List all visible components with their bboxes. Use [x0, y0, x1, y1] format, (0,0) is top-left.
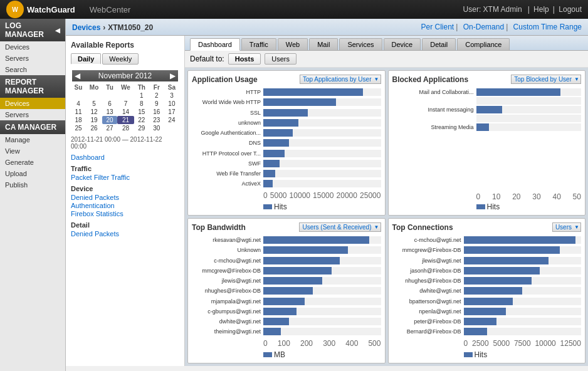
- date-range: 2012-11-21 00:00 — 2012-11-22 00:00: [71, 136, 179, 150]
- app-usage-title: Application Usage: [192, 75, 258, 84]
- custom-time-range-link[interactable]: Custom Time Range: [513, 23, 582, 31]
- app-usage-filter[interactable]: Top Applications by User: [300, 75, 381, 84]
- tab-device[interactable]: Device: [384, 38, 421, 50]
- firebox-statistics-link[interactable]: Firebox Statistics: [71, 210, 179, 217]
- bar-row: mmcgrew@Firebox-DB: [192, 267, 381, 274]
- default-hosts-tab[interactable]: Hosts: [228, 53, 261, 65]
- calendar: ◀ November 2012 ▶ Su Mo Tu We Th: [71, 70, 179, 132]
- bar-row: Google Authentication...: [192, 129, 381, 137]
- bar-row: dwhite@wgti.net: [192, 318, 381, 325]
- top-bandwidth-filter[interactable]: Users (Sent & Received): [299, 222, 381, 232]
- ca-manager-label: CA MANAGER: [5, 123, 56, 132]
- device-denied-packets-link[interactable]: Denied Packets: [71, 194, 179, 201]
- cal-prev-button[interactable]: ◀: [75, 71, 80, 80]
- dashboard-report-section: Dashboard: [71, 154, 179, 161]
- top-connections-body: c-mchou@wgti.net mmcgrew@Firebox-DB jlew…: [392, 236, 582, 359]
- breadcrumb: Devices › XTM1050_20: [72, 22, 153, 32]
- bar-row: jlewis@wgti.net: [392, 257, 582, 264]
- sidebar-item-upload[interactable]: Upload: [0, 168, 65, 179]
- default-to-row: Default to: Hosts Users: [185, 51, 588, 68]
- sidebar-item-report-servers[interactable]: Servers: [0, 109, 65, 120]
- top-connections-legend: Hits: [392, 350, 582, 359]
- traffic-report-section: Traffic Packet Filter Traffic: [71, 165, 179, 181]
- cal-row: 18 19 20 21 22 23 24: [71, 116, 179, 124]
- sidebar-item-publish[interactable]: Publish: [0, 179, 65, 191]
- breadcrumb-separator: ›: [103, 23, 105, 32]
- cal-row: 11 12 13 14 15 16 17: [71, 108, 179, 116]
- calendar-body: 1 2 3 4 5 6 7 8 9 10: [71, 91, 179, 132]
- bar-row: rkesavan@wgti.net: [192, 236, 381, 244]
- ca-manager-section: CA MANAGER: [0, 120, 65, 134]
- dashboard-link[interactable]: Dashboard: [71, 154, 179, 161]
- sidebar-item-log-servers[interactable]: Servers: [0, 53, 65, 64]
- detail-report-section: Detail Denied Packets: [71, 221, 179, 238]
- bar-row: SWF: [192, 160, 381, 167]
- blocked-apps-body: Mail and Collaborati... Instant messagin…: [392, 88, 582, 211]
- bar-row: SSL: [192, 109, 381, 117]
- packet-filter-traffic-link[interactable]: Packet Filter Traffic: [71, 174, 179, 181]
- top-connections-filter[interactable]: Users: [552, 222, 581, 232]
- default-users-tab[interactable]: Users: [265, 53, 297, 65]
- top-bandwidth-xaxis: 0 100 200 300 400 500: [192, 339, 381, 348]
- blocked-apps-chart: Blocked Applications Top Blocked by User…: [388, 70, 586, 216]
- tab-services[interactable]: Services: [339, 38, 382, 50]
- sidebar-item-report-devices[interactable]: Devices: [0, 98, 65, 109]
- app-usage-body: HTTP World Wide Web HTTP SSL: [192, 88, 381, 211]
- blocked-apps-filter[interactable]: Top Blocked by User: [511, 75, 581, 84]
- bar-row: Instant messaging: [392, 106, 582, 113]
- authentication-link[interactable]: Authentication: [71, 202, 179, 209]
- user-info: User: XTM Admin: [463, 5, 522, 14]
- tab-mail[interactable]: Mail: [309, 38, 338, 50]
- bar-row: theiming@wgti.net: [192, 328, 381, 335]
- breadcrumb-devices-link[interactable]: Devices: [72, 23, 100, 32]
- bar-row: jasonh@Firebox-DB: [392, 267, 582, 274]
- bar-row: mmcgrew@Firebox-DB: [392, 246, 582, 254]
- per-client-link[interactable]: Per Client: [421, 23, 454, 31]
- webcenter-label: WebCenter: [90, 5, 131, 14]
- top-bandwidth-body: rkesavan@wgti.net Unknown c-mchou@wgti.n…: [192, 236, 381, 359]
- top-connections-header: Top Connections Users: [392, 222, 582, 232]
- log-manager-arrow[interactable]: ◀: [55, 27, 60, 34]
- top-connections-chart: Top Connections Users c-mchou@wgti.net m…: [388, 218, 586, 363]
- watchguard-logo-icon: W: [6, 1, 24, 18]
- help-link[interactable]: Help: [533, 5, 549, 14]
- app-usage-legend-label: Hits: [274, 202, 287, 211]
- sidebar-item-view[interactable]: View: [0, 145, 65, 157]
- top-bandwidth-legend-label: MB: [274, 350, 285, 359]
- top-bandwidth-title: Top Bandwidth: [192, 223, 246, 232]
- logout-link[interactable]: Logout: [559, 5, 582, 14]
- on-demand-link[interactable]: On-Demand: [463, 23, 504, 31]
- cal-next-button[interactable]: ▶: [170, 71, 176, 80]
- bar-row: nhughes@Firebox-DB: [192, 287, 381, 295]
- tab-traffic[interactable]: Traffic: [241, 38, 276, 50]
- sidebar-item-log-devices[interactable]: Devices: [0, 41, 65, 53]
- log-manager-label: LOG MANAGER: [5, 21, 55, 39]
- traffic-section-title: Traffic: [71, 165, 179, 172]
- bar-row: nhughes@Firebox-DB: [392, 277, 582, 285]
- tab-detail[interactable]: Detail: [422, 38, 456, 50]
- weekly-tab[interactable]: Weekly: [102, 53, 139, 65]
- bar-row: Web File Transfer: [192, 170, 381, 177]
- tab-web[interactable]: Web: [278, 38, 308, 50]
- logo: W WatchGuard: [6, 1, 75, 18]
- bar-row: Mail and Collaborati...: [392, 88, 582, 96]
- sidebar-item-generate[interactable]: Generate: [0, 157, 65, 168]
- calendar-days-header: Su Mo Tu We Th Fr Sa: [71, 83, 179, 91]
- tab-dashboard[interactable]: Dashboard: [190, 38, 240, 51]
- charts-grid: Application Usage Top Applications by Us…: [185, 68, 588, 366]
- tab-compliance[interactable]: Compliance: [457, 38, 510, 50]
- content-area: Devices › XTM1050_20 Per Client | On-Dem…: [66, 19, 588, 371]
- top-bar-actions: Per Client | On-Demand | Custom Time Ran…: [418, 23, 582, 31]
- bar-row: DNS: [192, 139, 381, 147]
- detail-denied-packets-link[interactable]: Denied Packets: [71, 230, 179, 238]
- bar-row: c-mchou@wgti.net: [192, 257, 381, 264]
- app-usage-legend: Hits: [192, 202, 381, 211]
- sidebar-item-manage[interactable]: Manage: [0, 134, 65, 145]
- reports-panel: Available Reports Daily Weekly ◀ Novembe…: [66, 36, 588, 366]
- header: W WatchGuard WebCenter User: XTM Admin |…: [0, 0, 588, 19]
- daily-tab[interactable]: Daily: [71, 53, 101, 65]
- calendar-header: ◀ November 2012 ▶: [72, 70, 178, 81]
- sidebar-item-log-search[interactable]: Search: [0, 64, 65, 75]
- cal-row: 25 26 27 28 29 30: [71, 124, 179, 132]
- blocked-apps-legend: Hits: [392, 202, 582, 211]
